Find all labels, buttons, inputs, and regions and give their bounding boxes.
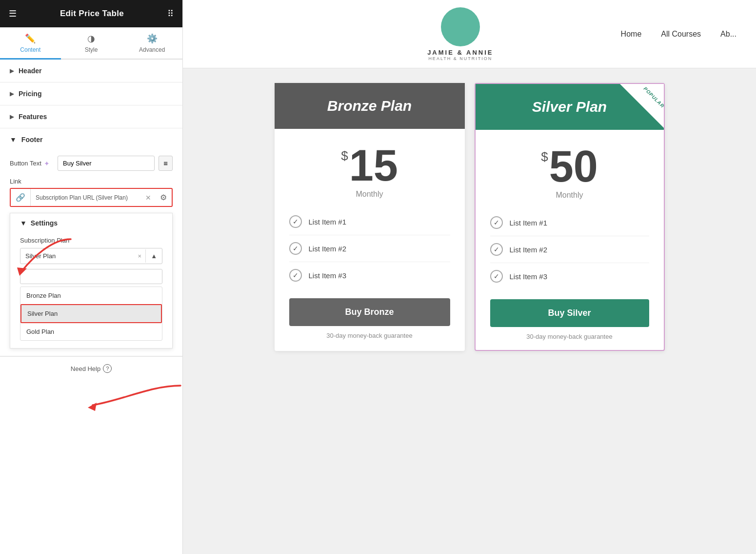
nav-links: Home All Courses Ab...: [621, 30, 736, 39]
link-settings-button[interactable]: ⚙: [155, 190, 172, 205]
section-features[interactable]: ▶ Features: [0, 105, 182, 128]
advanced-tab-icon: ⚙️: [147, 33, 158, 44]
popular-badge: POPULAR: [642, 86, 664, 109]
silver-features: ✓ List Item #1 ✓ List Item #2 ✓ List Ite…: [476, 205, 664, 294]
nav-about[interactable]: Ab...: [720, 30, 736, 39]
bronze-feature-1: ✓ List Item #1: [289, 208, 450, 235]
content-tab-icon: ✏️: [25, 33, 36, 44]
text-align-button[interactable]: ≡: [159, 156, 173, 171]
footer-content: Button Text ✦ ≡ Link 🔗 Subscription Plan…: [0, 151, 182, 356]
link-clear-button[interactable]: ✕: [141, 191, 155, 205]
footer-label: Footer: [21, 136, 43, 144]
subscription-plan-select[interactable]: Silver Plan × ▲: [20, 248, 162, 264]
bronze-feature-2: ✓ List Item #2: [289, 235, 450, 262]
section-features-label: Features: [19, 113, 47, 121]
ai-sparkle-icon: ✦: [44, 160, 50, 167]
settings-header[interactable]: ▼ Settings: [10, 213, 172, 233]
tab-content-label: Content: [20, 46, 40, 53]
link-row: Link 🔗 Subscription Plan URL (Silver Pla…: [10, 178, 173, 207]
nav-all-courses[interactable]: All Courses: [661, 30, 701, 39]
silver-price-section: $ 50 Monthly: [476, 130, 664, 205]
section-header-label: Header: [19, 67, 41, 75]
silver-plan-card: Silver Plan POPULAR $ 50 Monthly ✓ List …: [475, 83, 665, 351]
need-help-text: Need Help: [71, 365, 100, 372]
site-logo: JAMIE & ANNIE HEALTH & NUTRITION: [427, 7, 493, 61]
option-bronze-plan[interactable]: Bronze Plan: [20, 287, 162, 304]
pricing-area: Bronze Plan $ 15 Monthly ✓ List Item #1 …: [183, 68, 756, 366]
check-icon-1: ✓: [289, 215, 302, 228]
section-footer: ▼ Footer Button Text ✦ ≡ Link: [0, 128, 182, 356]
silver-feature-3: ✓ List Item #3: [490, 263, 649, 289]
option-gold-plan[interactable]: Gold Plan: [20, 323, 162, 340]
bronze-button-area: Buy Bronze 30-day money-back guarantee: [275, 293, 465, 349]
bronze-plan-card: Bronze Plan $ 15 Monthly ✓ List Item #1 …: [275, 83, 465, 351]
button-text-input[interactable]: [58, 156, 155, 171]
section-header[interactable]: ▶ Header: [0, 60, 182, 82]
section-pricing[interactable]: ▶ Pricing: [0, 82, 182, 105]
link-icon: 🔗: [16, 193, 25, 202]
bronze-period: Monthly: [284, 190, 455, 199]
footer-header[interactable]: ▼ Footer: [0, 128, 182, 151]
tab-advanced-label: Advanced: [139, 46, 165, 53]
link-icon-box[interactable]: 🔗: [11, 189, 31, 206]
logo-brand: JAMIE & ANNIE: [427, 49, 493, 56]
bronze-feature-2-text: List Item #2: [309, 245, 347, 253]
link-label: Link: [10, 178, 173, 185]
select-arrow-icon[interactable]: ▲: [145, 249, 162, 263]
bronze-features: ✓ List Item #1 ✓ List Item #2 ✓ List Ite…: [275, 204, 465, 293]
style-tab-icon: ◑: [87, 33, 95, 44]
option-silver-plan[interactable]: Silver Plan: [20, 304, 162, 323]
settings-section: ▼ Settings Subscription Plan Silver Plan…: [10, 213, 173, 349]
help-circle-icon: ?: [103, 364, 112, 373]
settings-label: Settings: [31, 219, 58, 227]
tab-content[interactable]: ✏️ Content: [0, 27, 61, 60]
menu-icon[interactable]: ☰: [9, 8, 17, 19]
silver-button-area: Buy Silver 30-day money-back guarantee: [476, 294, 664, 350]
silver-check-icon-2: ✓: [490, 243, 503, 256]
logo-sub: HEALTH & NUTRITION: [428, 56, 492, 61]
silver-price-number: 50: [549, 144, 598, 188]
site-nav: JAMIE & ANNIE HEALTH & NUTRITION Home Al…: [183, 0, 756, 68]
panel-title: Edit Price Table: [60, 9, 124, 19]
dropdown-search: [20, 269, 162, 284]
dropdown-options: Bronze Plan Silver Plan Gold Plan: [20, 287, 162, 341]
silver-check-icon-1: ✓: [490, 216, 503, 229]
bronze-card-header: Bronze Plan: [275, 83, 465, 129]
header-arrow-icon: ▶: [10, 68, 14, 74]
pricing-arrow-icon: ▶: [10, 91, 14, 97]
logo-circle: [441, 7, 480, 46]
bronze-feature-3: ✓ List Item #3: [289, 262, 450, 288]
select-clear-button[interactable]: ×: [134, 249, 146, 263]
grid-icon[interactable]: ⠿: [167, 8, 174, 19]
silver-buy-button[interactable]: Buy Silver: [490, 299, 649, 327]
tab-style[interactable]: ◑ Style: [61, 27, 122, 60]
select-value: Silver Plan: [20, 248, 134, 264]
silver-feature-2-text: List Item #2: [510, 246, 548, 254]
settings-content: Subscription Plan Silver Plan × ▲: [10, 233, 172, 348]
button-text-row: Button Text ✦ ≡: [10, 156, 173, 171]
panel-body: ▶ Header ▶ Pricing ▶ Features ▼ Footer B…: [0, 60, 182, 554]
dropdown-search-input[interactable]: [20, 269, 162, 284]
popular-corner: POPULAR: [620, 84, 664, 128]
tab-style-label: Style: [85, 46, 98, 53]
bronze-guarantee: 30-day money-back guarantee: [289, 332, 450, 339]
nav-home[interactable]: Home: [621, 30, 642, 39]
tab-advanced[interactable]: ⚙️ Advanced: [121, 27, 182, 60]
settings-arrow-icon: ▼: [20, 219, 27, 227]
need-help[interactable]: Need Help ?: [0, 356, 182, 380]
silver-feature-1-text: List Item #1: [510, 219, 548, 227]
bronze-price-amount: $ 15: [284, 144, 455, 187]
link-text: Subscription Plan URL (Silver Plan): [31, 190, 141, 205]
panel-header: ☰ Edit Price Table ⠿: [0, 0, 182, 27]
silver-feature-3-text: List Item #3: [510, 272, 548, 281]
bronze-buy-button[interactable]: Buy Bronze: [289, 298, 450, 326]
silver-feature-2: ✓ List Item #2: [490, 236, 649, 263]
silver-check-icon-3: ✓: [490, 270, 503, 283]
left-panel: ☰ Edit Price Table ⠿ ✏️ Content ◑ Style …: [0, 0, 183, 554]
check-icon-2: ✓: [289, 242, 302, 255]
panel-tabs: ✏️ Content ◑ Style ⚙️ Advanced: [0, 27, 182, 60]
silver-guarantee: 30-day money-back guarantee: [490, 333, 649, 340]
silver-currency: $: [541, 149, 548, 164]
silver-card-header: Silver Plan POPULAR: [476, 84, 664, 130]
section-pricing-label: Pricing: [19, 90, 41, 98]
